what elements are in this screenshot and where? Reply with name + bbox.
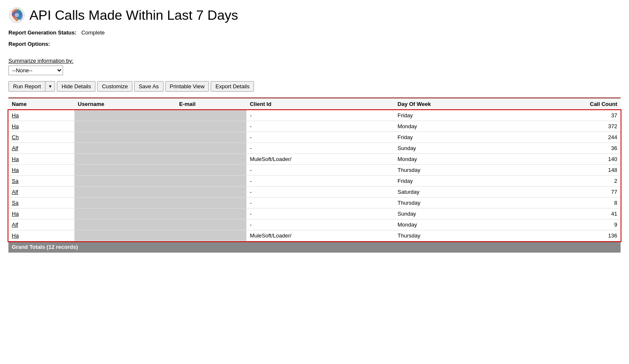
name-link[interactable]: Sa	[12, 200, 18, 206]
run-report-dropdown-arrow[interactable]: ▼	[45, 82, 55, 90]
cell-email	[176, 165, 246, 176]
cell-username	[74, 165, 176, 176]
cell-callcount: 140	[517, 154, 621, 165]
table-row: Ha-Thursday148	[8, 165, 621, 176]
cell-dayofweek: Friday	[394, 132, 517, 143]
export-details-button[interactable]: Export Details	[211, 81, 254, 92]
report-options-label: Report Options:	[8, 41, 621, 47]
page-header: API Calls Made Within Last 7 Days	[8, 7, 621, 24]
save-as-button[interactable]: Save As	[134, 81, 164, 92]
col-header-email: E-mail	[176, 98, 246, 110]
summarize-select-wrapper: --None-- Name Username E-mail Client Id …	[8, 66, 621, 75]
cell-email	[176, 121, 246, 132]
cell-email	[176, 208, 246, 219]
cell-email	[176, 132, 246, 143]
table-row: Alf-Saturday77	[8, 187, 621, 198]
cell-username	[74, 143, 176, 154]
cell-clientid: -	[246, 198, 394, 208]
cell-email	[176, 176, 246, 187]
cell-clientid: -	[246, 121, 394, 132]
table-row: Ha-Monday372	[8, 121, 621, 132]
cell-dayofweek: Thursday	[394, 165, 517, 176]
summarize-select[interactable]: --None-- Name Username E-mail Client Id …	[8, 66, 63, 75]
hide-details-button[interactable]: Hide Details	[57, 81, 95, 92]
table-row: Alf-Sunday36	[8, 143, 621, 154]
col-header-dayofweek: Day Of Week	[394, 98, 517, 110]
table-row: Alf-Monday9	[8, 219, 621, 230]
cell-dayofweek: Monday	[394, 154, 517, 165]
cell-callcount: 9	[517, 219, 621, 230]
cell-clientid: -	[246, 176, 394, 187]
cell-email	[176, 143, 246, 154]
cell-clientid: -	[246, 219, 394, 230]
table-row: HaMuleSoft/Loader/Monday140	[8, 154, 621, 165]
cell-dayofweek: Saturday	[394, 187, 517, 198]
cell-callcount: 36	[517, 143, 621, 154]
cell-dayofweek: Thursday	[394, 198, 517, 208]
status-label: Report Generation Status:	[8, 29, 77, 36]
run-report-button[interactable]: Run Report	[9, 82, 45, 91]
report-table: Name Username E-mail Client Id Day Of We…	[8, 98, 621, 253]
cell-clientid: -	[246, 187, 394, 198]
cell-username	[74, 121, 176, 132]
cell-username	[74, 187, 176, 198]
report-table-container: Name Username E-mail Client Id Day Of We…	[8, 98, 621, 253]
cell-callcount: 2	[517, 176, 621, 187]
name-link[interactable]: Ch	[12, 134, 19, 140]
cell-callcount: 244	[517, 132, 621, 143]
cell-username	[74, 198, 176, 208]
cell-username	[74, 110, 176, 121]
name-link[interactable]: Ha	[12, 112, 19, 119]
name-link[interactable]: Alf	[12, 222, 18, 228]
table-row: Ch-Friday244	[8, 132, 621, 143]
cell-name: Alf	[8, 187, 74, 198]
cell-dayofweek: Friday	[394, 110, 517, 121]
name-link[interactable]: Alf	[12, 145, 18, 151]
cell-callcount: 8	[517, 198, 621, 208]
cell-callcount: 372	[517, 121, 621, 132]
printable-view-button[interactable]: Printable View	[165, 81, 209, 92]
cell-name: Ha	[8, 230, 74, 241]
cell-callcount: 136	[517, 230, 621, 241]
cell-username	[74, 154, 176, 165]
cell-clientid: -	[246, 165, 394, 176]
name-link[interactable]: Ha	[12, 167, 19, 173]
cell-callcount: 77	[517, 187, 621, 198]
cell-name: Ha	[8, 121, 74, 132]
svg-point-1	[15, 13, 19, 17]
cell-email	[176, 198, 246, 208]
run-report-button-group[interactable]: Run Report ▼	[8, 81, 55, 92]
table-header-row: Name Username E-mail Client Id Day Of We…	[8, 98, 621, 110]
cell-name: Alf	[8, 219, 74, 230]
name-link[interactable]: Ha	[12, 123, 19, 129]
name-link[interactable]: Alf	[12, 189, 18, 195]
cell-dayofweek: Monday	[394, 219, 517, 230]
name-link[interactable]: Sa	[12, 178, 18, 184]
table-row: HaMuleSoft/Loader/Thursday136	[8, 230, 621, 241]
cell-email	[176, 187, 246, 198]
col-header-username: Username	[74, 98, 176, 110]
cell-clientid: -	[246, 110, 394, 121]
cell-name: Ha	[8, 154, 74, 165]
cell-name: Sa	[8, 198, 74, 208]
cell-clientid: -	[246, 143, 394, 154]
cell-name: Ch	[8, 132, 74, 143]
name-link[interactable]: Ha	[12, 211, 19, 217]
name-link[interactable]: Ha	[12, 156, 19, 162]
col-header-clientid: Client Id	[246, 98, 394, 110]
cell-email	[176, 154, 246, 165]
cell-email	[176, 219, 246, 230]
app-logo-icon	[8, 7, 25, 24]
cell-dayofweek: Friday	[394, 176, 517, 187]
grand-totals-label: Grand Totals (12 records)	[8, 241, 621, 253]
page-title: API Calls Made Within Last 7 Days	[29, 8, 238, 23]
cell-clientid: -	[246, 132, 394, 143]
summarize-info-label: Summarize information by:	[8, 58, 621, 64]
cell-dayofweek: Sunday	[394, 143, 517, 154]
cell-callcount: 37	[517, 110, 621, 121]
cell-username	[74, 208, 176, 219]
cell-name: Alf	[8, 143, 74, 154]
cell-dayofweek: Thursday	[394, 230, 517, 241]
customize-button[interactable]: Customize	[97, 81, 132, 92]
name-link[interactable]: Ha	[12, 232, 19, 239]
